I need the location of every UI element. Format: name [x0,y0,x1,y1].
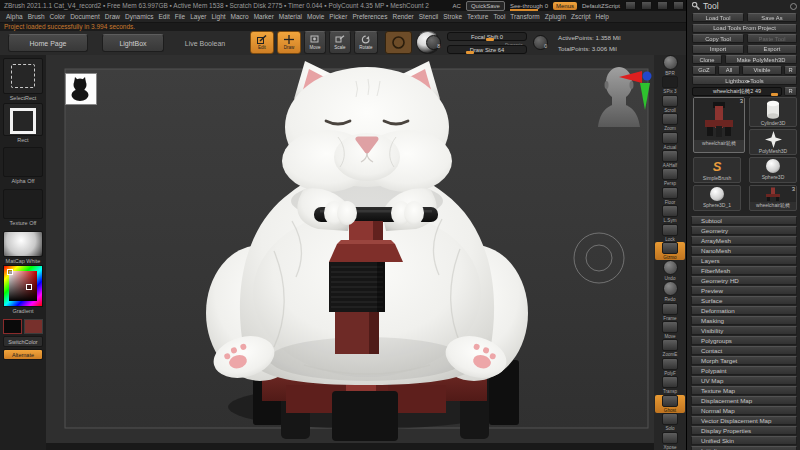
load-tool-button[interactable]: Load Tool [692,13,744,22]
subpalette-header[interactable]: Morph Target [691,356,797,365]
menu-item[interactable]: Help [596,13,609,20]
edit-button[interactable]: Edit [250,31,274,54]
color-sv-square[interactable] [9,271,37,301]
goz-all-button[interactable]: All [718,66,740,75]
color-picker[interactable]: Gradient [3,265,43,314]
alpha-selector[interactable]: Alpha Off [3,147,43,184]
menu-item[interactable]: Document [70,13,100,20]
focal-shift-nub[interactable] [486,38,494,41]
subpalette-header[interactable]: Layers [691,256,797,265]
main-color-swatch[interactable] [3,319,22,334]
transparency-button[interactable]: Transp [655,376,685,394]
menus-toggle[interactable]: Menus [553,2,577,10]
viewport-canvas[interactable] [46,55,654,450]
subpalette-header[interactable]: Displacement Map [691,396,797,405]
goz-button[interactable]: GoZ [692,66,716,75]
goz-r-button[interactable]: R [784,66,797,75]
cylinder3d-tool[interactable]: Cylinder3D [749,97,797,127]
copy-tool-button[interactable]: Copy Tool [692,34,744,43]
subpalette-header[interactable]: Polygroups [691,336,797,345]
color-picker-area[interactable] [3,265,43,307]
copy-icon[interactable] [657,1,668,10]
menu-item[interactable]: Picker [329,13,347,20]
subpalette-header[interactable]: FiberMesh [691,266,797,275]
hue-selector[interactable] [7,269,13,275]
menu-item[interactable]: Movie [307,13,324,20]
menu-item[interactable]: Render [392,13,413,20]
menu-item[interactable]: Edit [159,13,170,20]
lightbox-button[interactable]: LightBox [102,34,164,52]
subpalette-header[interactable]: Contact [691,346,797,355]
alternate-button[interactable]: Alternate [3,349,43,360]
subpalette-header[interactable]: Preview [691,286,797,295]
paste-tool-button[interactable]: Paste Tool [747,34,797,43]
sphere3d-1-tool[interactable]: Sphere3D_1 [693,185,741,211]
menu-item[interactable]: Light [211,13,225,20]
menu-item[interactable]: Material [279,13,302,20]
local-symmetry-button[interactable]: L.Sym [655,205,685,223]
gradient-label[interactable]: Gradient [3,308,43,314]
scroll-button[interactable]: Scroll [655,94,685,112]
polyframe-button[interactable]: PolyF [655,358,685,376]
switch-color-button[interactable]: SwitchColor [3,336,43,347]
axis-orientation-widget[interactable] [618,65,654,113]
save-as-button[interactable]: Save As [747,13,797,22]
current-tool-thumbnail[interactable]: 3 wheelchair轮椅 [693,97,745,153]
menu-item[interactable]: Stencil [419,13,439,20]
menu-item[interactable]: Zscript [571,13,591,20]
menu-item[interactable]: Marker [254,13,274,20]
bpr-render-button[interactable]: BPR [655,55,685,76]
subpalette-header[interactable]: Polypaint [691,366,797,375]
tool-quick-pick-nub[interactable] [771,93,778,96]
lightbox-tools-button[interactable]: Lightbox▸Tools [692,76,797,85]
menu-item[interactable]: Macro [231,13,249,20]
ghost-button[interactable]: Ghost [655,395,685,413]
menu-item[interactable]: Layer [190,13,206,20]
menu-item[interactable]: Stroke [443,13,462,20]
zoom-3d-button[interactable]: ZoomE [655,339,685,357]
menu-item[interactable]: Draw [105,13,120,20]
simplebrush-tool[interactable]: S SimpleBrush [693,157,741,183]
floor-button[interactable]: Floor [655,187,685,205]
menu-item[interactable]: Preferences [352,13,387,20]
subpalette-header[interactable]: Vector Displacement Map [691,416,797,425]
menu-item[interactable]: Tool [493,13,505,20]
tool-quick-pick-slider[interactable]: wheelchair轮椅2 49 [692,87,782,96]
draw-size-nub[interactable] [466,51,474,54]
menu-item[interactable]: File [175,13,185,20]
camera-redo-button[interactable]: Redo [655,281,685,302]
subpalette-header[interactable]: UV Map [691,376,797,385]
focal-shift-slider[interactable]: Focal Shift 0 [447,32,527,41]
current-brush-button[interactable] [385,31,412,54]
camera-lock-button[interactable]: Lock [655,224,685,242]
load-tools-from-project-button[interactable]: Load Tools From Project [692,24,797,33]
subpalette-header[interactable]: Geometry [691,226,797,235]
sv-selector[interactable] [26,284,32,290]
draw-size-slider[interactable]: Draw Size 64 [447,45,527,54]
sphere3d-tool[interactable]: Sphere3D [749,157,797,183]
move-button[interactable]: Move [304,31,326,54]
rotate-button[interactable]: Rotate [354,31,378,54]
spix-slider[interactable]: SPix 3 [655,76,685,94]
select-rect-tool[interactable]: SelectRect [3,58,43,101]
scale-button[interactable]: Scale [329,31,351,54]
solo-button[interactable]: Solo [655,413,685,431]
subpalette-header[interactable]: NanoMesh [691,246,797,255]
wheelchair-tool-2[interactable]: 3 wheelchair轮椅 [749,185,797,211]
draw-button[interactable]: Draw [277,31,301,54]
menu-item[interactable]: Dynamics [125,13,154,20]
menu-item[interactable]: Transform [510,13,539,20]
doc-icon[interactable] [641,1,652,10]
subpalette-header[interactable]: Normal Map [691,406,797,415]
gizmo-toggle-button[interactable]: Gizmo [655,242,685,260]
subpalette-header[interactable]: Visibility [691,326,797,335]
stroke-rect-tool[interactable]: Rect [3,103,43,143]
subpalette-header[interactable]: Masking [691,316,797,325]
subpalette-header[interactable]: Unified Skin [691,436,797,445]
actual-button[interactable]: Actual [655,131,685,149]
menu-item[interactable]: Brush [28,13,45,20]
subpalette-header[interactable]: Subtool [691,216,797,225]
material-selector[interactable]: MatCap White [3,231,43,264]
aahalf-button[interactable]: AAHalf [655,150,685,168]
xpose-button[interactable]: Xpose [655,431,685,449]
